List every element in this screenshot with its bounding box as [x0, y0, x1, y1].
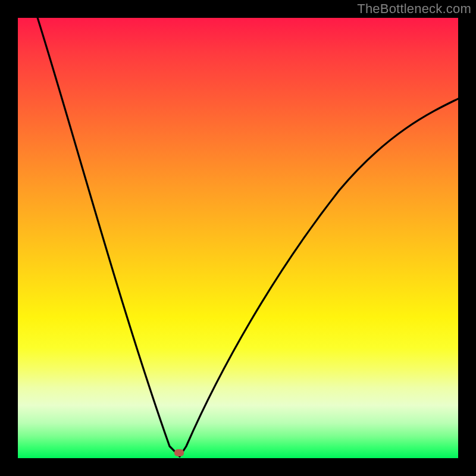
watermark-text: TheBottleneck.com — [357, 1, 471, 17]
chart-frame: TheBottleneck.com — [0, 0, 476, 476]
plot-area — [18, 18, 458, 458]
bottleneck-curve — [18, 18, 458, 458]
minimum-marker — [174, 449, 184, 456]
